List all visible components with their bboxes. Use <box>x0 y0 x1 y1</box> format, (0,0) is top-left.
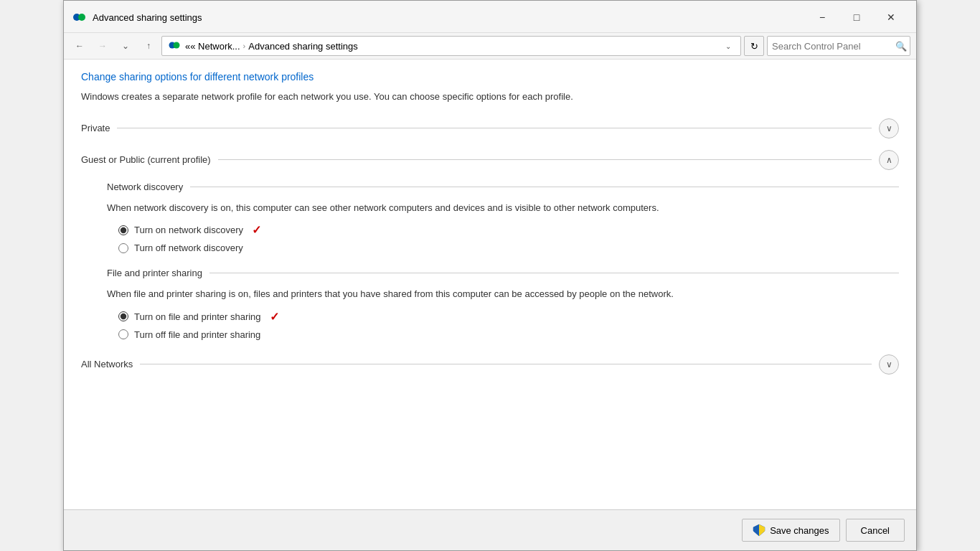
main-window: Advanced sharing settings − □ ✕ ← → ⌄ ↑ … <box>63 0 917 551</box>
search-icon: 🔍 <box>895 41 907 52</box>
main-content: Change sharing options for different net… <box>64 60 916 509</box>
network-discovery-checkmark: ✓ <box>252 223 261 237</box>
window-title: Advanced sharing settings <box>93 12 806 23</box>
maximize-button[interactable]: □ <box>840 6 873 28</box>
path-network: «« Network... <box>185 41 240 52</box>
path-separator: › <box>243 42 246 50</box>
network-discovery-title: Network discovery <box>107 182 183 192</box>
forward-button[interactable]: → <box>93 36 113 56</box>
svg-point-1 <box>78 14 85 21</box>
network-discovery-line <box>190 187 899 187</box>
minimize-button[interactable]: − <box>806 6 839 28</box>
file-printer-sharing-title: File and printer sharing <box>107 268 202 278</box>
up-button[interactable]: ↑ <box>138 36 159 56</box>
file-printer-sharing-description: When file and printer sharing is on, fil… <box>107 287 899 301</box>
turn-off-network-discovery-radio[interactable] <box>118 243 128 253</box>
address-path[interactable]: «« Network... › Advanced sharing setting… <box>161 36 741 56</box>
page-description: Windows creates a separate network profi… <box>81 90 899 104</box>
network-discovery-description: When network discovery is on, this compu… <box>107 201 899 215</box>
content-wrapper: Change sharing options for different net… <box>64 60 916 509</box>
turn-on-file-sharing-label: Turn on file and printer sharing <box>134 311 261 322</box>
all-networks-chevron[interactable]: ∨ <box>879 354 899 375</box>
private-chevron-icon: ∨ <box>886 123 892 133</box>
private-section-header[interactable]: Private ∨ <box>81 118 899 138</box>
turn-on-network-discovery-label: Turn on network discovery <box>134 225 243 235</box>
turn-off-file-sharing-label: Turn off file and printer sharing <box>134 329 260 340</box>
guest-public-chevron-icon: ∧ <box>886 155 892 165</box>
path-text: «« Network... › Advanced sharing setting… <box>185 41 717 52</box>
turn-off-network-discovery-label: Turn off network discovery <box>134 242 243 253</box>
turn-off-network-discovery-option[interactable]: Turn off network discovery <box>118 242 899 253</box>
turn-on-network-discovery-option[interactable]: Turn on network discovery ✓ <box>118 223 899 237</box>
path-dropdown-button[interactable]: ⌄ <box>722 36 735 56</box>
shield-icon <box>753 524 765 537</box>
all-networks-chevron-icon: ∨ <box>886 359 892 369</box>
search-icon-button[interactable]: 🔍 <box>895 39 907 53</box>
file-printer-sharing-header: File and printer sharing <box>107 268 899 278</box>
page-heading: Change sharing options for different net… <box>81 71 899 83</box>
dropdown-button[interactable]: ⌄ <box>116 36 136 56</box>
all-networks-section-line <box>140 364 872 364</box>
cancel-button[interactable]: Cancel <box>846 519 905 542</box>
search-box[interactable]: 🔍 <box>767 36 910 56</box>
save-changes-button[interactable]: Save changes <box>742 519 839 542</box>
window-controls: − □ ✕ <box>806 6 908 28</box>
svg-marker-6 <box>753 524 759 536</box>
close-button[interactable]: ✕ <box>875 6 908 28</box>
search-input[interactable] <box>772 41 892 52</box>
refresh-icon: ↻ <box>750 41 758 52</box>
turn-off-file-sharing-option[interactable]: Turn off file and printer sharing <box>118 329 899 340</box>
window-icon <box>72 10 87 24</box>
private-section-line <box>117 128 872 128</box>
file-printer-sharing-subsection: File and printer sharing When file and p… <box>107 268 899 340</box>
guest-public-section-line <box>218 159 872 160</box>
all-networks-section-title: All Networks <box>81 359 133 369</box>
file-sharing-checkmark: ✓ <box>270 310 279 324</box>
save-changes-label: Save changes <box>770 525 829 536</box>
turn-on-file-sharing-radio[interactable] <box>118 311 128 321</box>
svg-point-3 <box>174 42 180 48</box>
turn-on-file-sharing-option[interactable]: Turn on file and printer sharing ✓ <box>118 310 899 324</box>
turn-off-file-sharing-radio[interactable] <box>118 329 128 339</box>
title-bar: Advanced sharing settings − □ ✕ <box>64 1 916 33</box>
turn-on-network-discovery-radio[interactable] <box>118 225 128 235</box>
network-discovery-subsection: Network discovery When network discovery… <box>107 182 899 254</box>
bottom-bar: Save changes Cancel <box>64 509 916 550</box>
file-printer-sharing-line <box>209 273 899 273</box>
address-bar: ← → ⌄ ↑ «« Network... › Advanced sharing… <box>64 33 916 60</box>
path-current: Advanced sharing settings <box>248 41 357 52</box>
private-section-title: Private <box>81 123 110 133</box>
all-networks-section-header[interactable]: All Networks ∨ <box>81 354 899 375</box>
guest-public-section-title: Guest or Public (current profile) <box>81 154 211 165</box>
network-discovery-header: Network discovery <box>107 182 899 192</box>
private-chevron[interactable]: ∨ <box>879 118 899 138</box>
svg-marker-7 <box>759 524 765 536</box>
refresh-button[interactable]: ↻ <box>744 36 764 56</box>
back-button[interactable]: ← <box>70 36 90 56</box>
guest-public-section-header[interactable]: Guest or Public (current profile) ∧ <box>81 150 899 170</box>
guest-public-chevron[interactable]: ∧ <box>879 150 899 170</box>
path-network-icon <box>168 39 181 54</box>
